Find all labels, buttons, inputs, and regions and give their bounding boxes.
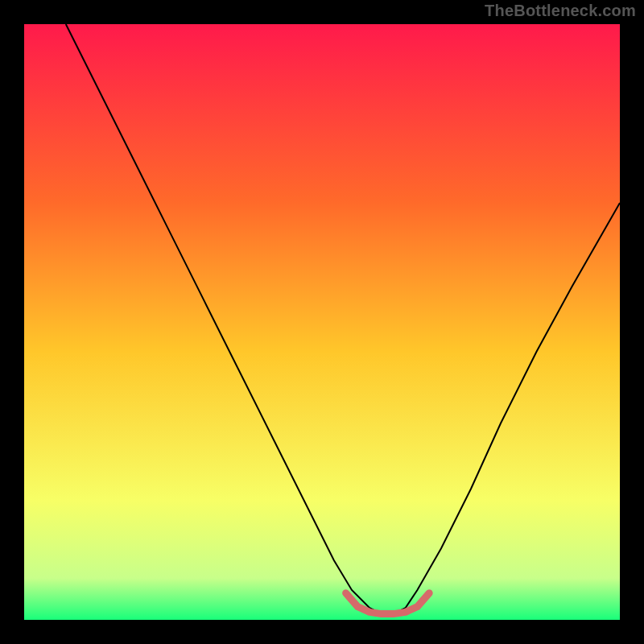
chart-frame: TheBottleneck.com — [0, 0, 644, 644]
bottleneck-chart — [0, 0, 644, 644]
plot-background — [24, 24, 620, 620]
